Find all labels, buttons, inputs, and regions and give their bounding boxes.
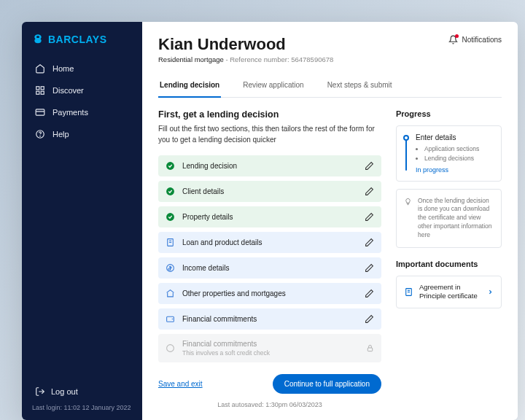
item-label: Loan and product details	[182, 238, 365, 246]
pencil-icon	[365, 187, 374, 196]
bell-icon	[448, 35, 458, 44]
home-icon	[35, 63, 45, 74]
tab-lending-decision[interactable]: Lending decision	[158, 75, 221, 98]
certificate-icon	[404, 287, 413, 297]
svg-rect-1	[41, 87, 44, 90]
item-sublabel: This involves a soft credit check	[182, 349, 366, 357]
chevron-right-icon	[487, 289, 494, 295]
primary-nav: Home Discover Payments Help	[32, 58, 132, 144]
hint-text: Once the lending decision is done you ca…	[418, 197, 494, 240]
checklist-item-client[interactable]: Client details	[158, 181, 381, 202]
item-label: Income details	[182, 264, 365, 272]
help-icon	[35, 129, 45, 139]
lock-icon	[366, 344, 374, 352]
product-type: Residential mortgage	[158, 55, 224, 63]
nav-discover[interactable]: Discover	[32, 80, 132, 101]
nav-label: Discover	[52, 86, 84, 95]
section-desc: Fill out the first two sections, this th…	[158, 124, 381, 145]
nav-home[interactable]: Home	[32, 58, 132, 79]
hint-panel: Once the lending decision is done you ca…	[396, 189, 502, 248]
section-title: First, get a lending decision	[158, 109, 381, 120]
pencil-icon	[365, 238, 374, 247]
checklist-item-locked: Financial commitments This involves a so…	[158, 334, 381, 362]
brand-logo: BARCLAYS	[32, 34, 132, 45]
logout-button[interactable]: Log out	[32, 382, 132, 401]
progress-bullet: Lending decisions	[424, 154, 494, 163]
check-circle-icon	[166, 187, 175, 196]
checklist-item-other-properties[interactable]: Other properties and mortgages	[158, 283, 381, 304]
tabs: Lending decision Review application Next…	[158, 75, 502, 98]
save-and-exit-link[interactable]: Save and exit	[158, 380, 203, 388]
money-icon	[166, 263, 175, 273]
checklist-item-loan[interactable]: Loan and product details	[158, 232, 381, 253]
nav-payments[interactable]: Payments	[32, 102, 132, 122]
tab-review-application[interactable]: Review application	[241, 75, 305, 98]
nav-label: Payments	[52, 108, 88, 117]
nav-label: Help	[52, 130, 69, 139]
checklist-item-property[interactable]: Property details	[158, 206, 381, 228]
nav-help[interactable]: Help	[32, 124, 132, 144]
progress-title: Progress	[396, 109, 502, 118]
applicant-name: Kian Underwood	[158, 35, 333, 54]
checklist-item-income[interactable]: Income details	[158, 257, 381, 279]
docs-title: Important documents	[396, 260, 502, 268]
pencil-icon	[365, 212, 374, 222]
svg-point-17	[167, 345, 174, 352]
logout-label: Log out	[51, 387, 78, 396]
sidebar: BARCLAYS Home Discover Payments Help L	[22, 22, 142, 420]
pencil-icon	[365, 314, 374, 324]
circle-icon	[166, 343, 175, 353]
svg-rect-18	[368, 348, 372, 351]
svg-rect-0	[36, 87, 39, 90]
notifications-button[interactable]: Notifications	[448, 35, 502, 44]
ref-prefix: - Reference number:	[224, 55, 291, 63]
document-icon	[166, 238, 175, 247]
item-label: Lending decision	[182, 162, 365, 170]
item-label: Financial commitments	[182, 340, 366, 348]
continue-button[interactable]: Continue to full application	[273, 374, 381, 394]
doc-label: Agreement in Principle certificate	[419, 283, 481, 301]
grid-icon	[35, 85, 45, 96]
doc-item-aip[interactable]: Agreement in Principle certificate	[396, 276, 502, 308]
notifications-label: Notifications	[462, 36, 502, 44]
lightbulb-icon	[404, 198, 412, 206]
item-label: Other properties and mortgages	[182, 289, 365, 298]
svg-rect-4	[36, 109, 44, 115]
tab-next-steps[interactable]: Next steps & submit	[326, 75, 394, 98]
nav-label: Home	[52, 64, 74, 73]
check-circle-icon	[166, 212, 175, 222]
brand-text: BARCLAYS	[48, 34, 107, 45]
pencil-icon	[365, 289, 374, 298]
progress-bullet: Application sections	[424, 144, 494, 154]
card-icon	[35, 107, 45, 117]
main-content: Kian Underwood Residential mortgage - Re…	[142, 22, 518, 420]
item-label: Property details	[182, 213, 365, 221]
svg-point-7	[40, 136, 41, 136]
checklist-item-lending[interactable]: Lending decision	[158, 155, 381, 176]
logout-icon	[35, 386, 45, 397]
product-subline: Residential mortgage - Reference number:…	[158, 55, 333, 63]
pencil-icon	[365, 263, 374, 273]
checklist-item-financial[interactable]: Financial commitments	[158, 308, 381, 330]
check-circle-icon	[166, 161, 175, 171]
progress-step: Enter details	[416, 133, 494, 141]
autosave-text: Last autosaved: 1:30pm 06/03/2023	[158, 401, 381, 408]
item-label: Financial commitments	[182, 315, 365, 323]
ref-number: 56478590678	[291, 55, 333, 63]
pencil-icon	[365, 161, 374, 171]
house-icon	[166, 289, 175, 298]
progress-panel: Enter details Application sections Lendi…	[396, 125, 502, 182]
progress-status: In progress	[416, 166, 494, 174]
checklist: Lending decision Client details Property…	[158, 155, 381, 362]
item-label: Client details	[182, 187, 365, 195]
last-login-text: Last login: 11:02 12 January 2022	[32, 404, 132, 411]
wallet-icon	[166, 314, 175, 324]
svg-rect-3	[41, 91, 44, 94]
eagle-icon	[32, 34, 44, 45]
svg-rect-2	[36, 91, 39, 94]
